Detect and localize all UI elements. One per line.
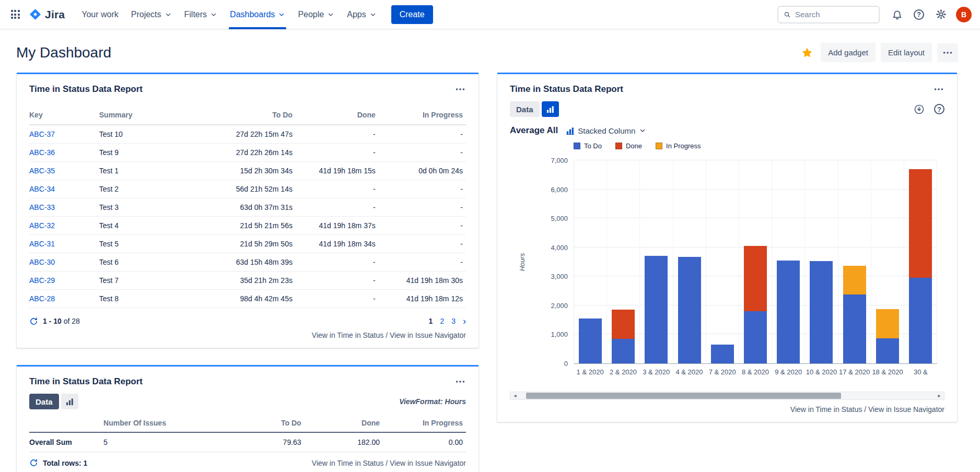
chart-view-button[interactable] (61, 394, 78, 409)
bar-segment-done[interactable] (612, 310, 635, 339)
cell-in-progress: - (379, 125, 466, 144)
bar-segment-done[interactable] (744, 246, 767, 311)
refresh-button[interactable] (29, 317, 38, 326)
view-format-label: ViewFormat: Hours (399, 397, 466, 406)
issue-key-link[interactable]: ABC-30 (29, 258, 55, 266)
issue-key-link[interactable]: ABC-31 (29, 240, 55, 248)
bar-segment-done[interactable] (909, 169, 932, 278)
nav-people[interactable]: People (291, 0, 341, 29)
cell-summary: Test 6 (99, 253, 195, 272)
next-page-button[interactable]: › (463, 316, 466, 326)
bar-segment-in-progress[interactable] (843, 266, 866, 295)
cell-in-progress: 41d 19h 18m 30s (379, 272, 466, 290)
gadget-menu-button[interactable] (933, 84, 944, 95)
chart-type-select[interactable]: Stacked Column (566, 126, 646, 135)
cell-in-progress: 0d 0h 0m 24s (379, 162, 466, 180)
nav-filters[interactable]: Filters (178, 0, 224, 29)
cell-key: ABC-36 (29, 144, 99, 162)
bar-segment-to-do[interactable] (744, 311, 767, 363)
issue-key-link[interactable]: ABC-37 (29, 130, 55, 138)
gadget-menu-button[interactable] (454, 84, 466, 95)
chart-scrollbar[interactable]: ◄ ► (510, 392, 944, 400)
bar-slot (640, 160, 673, 363)
bar-segment-to-do[interactable] (711, 345, 734, 363)
nav-apps[interactable]: Apps (341, 0, 382, 29)
page-1[interactable]: 1 (429, 317, 433, 325)
refresh-icon (29, 317, 38, 326)
nav-label: Your work (81, 10, 119, 19)
help-button[interactable]: ? (910, 6, 928, 23)
table-row: ABC-31Test 521d 5h 29m 50s41d 19h 18m 34… (29, 235, 466, 253)
search-input[interactable] (795, 10, 873, 19)
add-gadget-button[interactable]: Add gadget (821, 43, 876, 62)
issue-key-link[interactable]: ABC-32 (29, 221, 55, 230)
gadget-menu-button[interactable] (454, 376, 466, 387)
scroll-right-button[interactable]: ► (935, 392, 944, 399)
gadget-footer-links: View in Time in Status / View in Issue N… (29, 331, 466, 339)
search-box[interactable] (777, 6, 880, 23)
page-3[interactable]: 3 (451, 317, 456, 325)
scrollbar-thumb[interactable] (526, 393, 841, 399)
issue-key-link[interactable]: ABC-28 (29, 294, 55, 303)
bar-segment-to-do[interactable] (612, 339, 635, 363)
bar-segment-to-do[interactable] (909, 278, 932, 363)
edit-layout-button[interactable]: Edit layout (881, 43, 932, 62)
y-axis-tick: 1,000 (551, 331, 568, 338)
app-switcher-button[interactable] (6, 6, 24, 23)
scroll-left-button[interactable]: ◄ (510, 392, 520, 399)
cell-key: ABC-32 (29, 217, 99, 235)
settings-button[interactable] (932, 6, 950, 23)
create-button[interactable]: Create (391, 5, 433, 24)
avatar[interactable]: B (956, 7, 972, 22)
y-axis-tick: 6,000 (551, 185, 568, 193)
dashboard-more-button[interactable] (937, 43, 958, 62)
bar-segment-to-do[interactable] (876, 338, 899, 363)
nav-dashboards[interactable]: Dashboards (224, 0, 291, 29)
issue-key-link[interactable]: ABC-36 (29, 148, 55, 157)
refresh-button[interactable] (29, 458, 38, 467)
view-in-issue-navigator-link[interactable]: View in Issue Navigator (390, 459, 466, 467)
nav-your-work[interactable]: Your work (75, 0, 125, 29)
issue-key-link[interactable]: ABC-35 (29, 167, 55, 175)
download-chart-button[interactable] (914, 104, 925, 115)
bar-segment-in-progress[interactable] (876, 309, 899, 338)
legend-item[interactable]: In Progress (656, 142, 701, 150)
cell-todo: 15d 2h 30m 34s (195, 162, 296, 180)
view-in-time-in-status-link[interactable]: View in Time in Status (790, 405, 862, 414)
issue-key-link[interactable]: ABC-34 (29, 185, 55, 193)
view-in-time-in-status-link[interactable]: View in Time in Status (312, 331, 383, 339)
chart-view-button[interactable] (542, 101, 559, 117)
bar-segment-to-do[interactable] (678, 257, 701, 364)
bar-chart-icon (66, 398, 74, 406)
scrollbar-track[interactable] (520, 392, 935, 399)
summary-row: Overall Sum 5 79.63 182.00 0.00 (29, 432, 466, 452)
issue-key-link[interactable]: ABC-29 (29, 276, 55, 285)
bar-segment-to-do[interactable] (579, 318, 602, 363)
bar-segment-to-do[interactable] (810, 261, 833, 363)
cell-in-progress: - (379, 180, 466, 198)
bar-segment-to-do[interactable] (777, 261, 800, 363)
view-in-issue-navigator-link[interactable]: View in Issue Navigator (390, 331, 466, 339)
data-view-button[interactable]: Data (510, 101, 540, 117)
issue-key-link[interactable]: ABC-33 (29, 203, 55, 211)
page-2[interactable]: 2 (440, 317, 444, 325)
view-in-issue-navigator-link[interactable]: View in Issue Navigator (868, 405, 944, 414)
notifications-button[interactable] (888, 6, 906, 23)
chart-help-button[interactable]: ? (934, 104, 944, 114)
table-row: ABC-35Test 115d 2h 30m 34s41d 19h 18m 15… (29, 162, 466, 180)
jira-logo[interactable]: Jira (29, 8, 65, 21)
nav-projects[interactable]: Projects (125, 0, 178, 29)
legend-label: To Do (584, 142, 602, 150)
cell-done: - (296, 125, 379, 144)
favorite-star-button[interactable] (801, 46, 813, 59)
legend-item[interactable]: Done (615, 142, 642, 150)
bar-segment-to-do[interactable] (645, 256, 668, 363)
legend-item[interactable]: To Do (574, 142, 602, 150)
nav-label: Dashboards (230, 10, 275, 19)
left-column: Time in Status Data Report Key Summary T… (16, 73, 479, 472)
cell-key: ABC-30 (29, 253, 99, 272)
bar-segment-to-do[interactable] (843, 294, 866, 363)
view-in-time-in-status-link[interactable]: View in Time in Status (312, 459, 383, 467)
cell-summary: Test 4 (99, 217, 195, 235)
data-view-button[interactable]: Data (29, 394, 59, 409)
